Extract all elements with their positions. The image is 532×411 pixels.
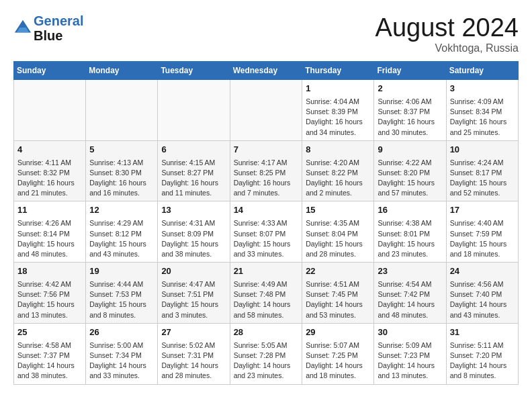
calendar-cell (158, 80, 230, 141)
location: Vokhtoga, Russia (375, 42, 519, 54)
day-number: 12 (89, 204, 154, 217)
page-header: General Blue August 2024 Vokhtoga, Russi… (13, 13, 519, 54)
day-number: 15 (306, 204, 370, 217)
day-info: Sunrise: 4:54 AM Sunset: 7:42 PM Dayligh… (378, 279, 442, 320)
calendar-cell: 20Sunrise: 4:47 AM Sunset: 7:51 PM Dayli… (158, 263, 230, 324)
calendar-cell: 26Sunrise: 5:00 AM Sunset: 7:34 PM Dayli… (86, 323, 158, 384)
calendar-cell: 3Sunrise: 4:09 AM Sunset: 8:34 PM Daylig… (446, 80, 518, 141)
day-info: Sunrise: 5:02 AM Sunset: 7:31 PM Dayligh… (161, 340, 226, 381)
day-info: Sunrise: 4:47 AM Sunset: 7:51 PM Dayligh… (161, 279, 226, 320)
calendar-cell: 25Sunrise: 4:58 AM Sunset: 7:37 PM Dayli… (14, 323, 86, 384)
day-info: Sunrise: 5:05 AM Sunset: 7:28 PM Dayligh… (234, 340, 299, 381)
calendar-cell: 29Sunrise: 5:07 AM Sunset: 7:25 PM Dayli… (302, 323, 374, 384)
day-info: Sunrise: 4:09 AM Sunset: 8:34 PM Dayligh… (450, 97, 515, 138)
day-info: Sunrise: 4:44 AM Sunset: 7:53 PM Dayligh… (89, 279, 154, 320)
day-info: Sunrise: 4:24 AM Sunset: 8:17 PM Dayligh… (450, 158, 515, 199)
day-info: Sunrise: 4:22 AM Sunset: 8:20 PM Dayligh… (378, 158, 442, 199)
day-number: 18 (17, 265, 82, 278)
week-row-3: 11Sunrise: 4:26 AM Sunset: 8:14 PM Dayli… (14, 201, 519, 263)
day-info: Sunrise: 4:04 AM Sunset: 8:39 PM Dayligh… (306, 97, 370, 138)
day-number: 5 (89, 144, 154, 156)
day-number: 6 (161, 144, 226, 156)
day-info: Sunrise: 5:00 AM Sunset: 7:34 PM Dayligh… (89, 340, 154, 381)
title-block: August 2024 Vokhtoga, Russia (375, 13, 519, 54)
day-info: Sunrise: 4:42 AM Sunset: 7:56 PM Dayligh… (17, 279, 82, 320)
calendar-cell: 18Sunrise: 4:42 AM Sunset: 7:56 PM Dayli… (14, 263, 86, 324)
day-number: 14 (234, 204, 299, 217)
day-number: 1 (306, 83, 370, 95)
calendar-cell: 31Sunrise: 5:11 AM Sunset: 7:20 PM Dayli… (446, 323, 518, 384)
day-number: 29 (306, 326, 370, 339)
day-info: Sunrise: 5:11 AM Sunset: 7:20 PM Dayligh… (450, 340, 515, 381)
calendar-cell: 10Sunrise: 4:24 AM Sunset: 8:17 PM Dayli… (446, 140, 518, 201)
calendar-cell: 19Sunrise: 4:44 AM Sunset: 7:53 PM Dayli… (86, 263, 158, 324)
calendar-cell: 15Sunrise: 4:35 AM Sunset: 8:04 PM Dayli… (302, 201, 374, 263)
weekday-header-row: SundayMondayTuesdayWednesdayThursdayFrid… (14, 62, 519, 80)
weekday-header-wednesday: Wednesday (230, 62, 302, 80)
day-number: 4 (17, 144, 82, 156)
day-number: 24 (450, 265, 515, 278)
calendar-cell (14, 80, 86, 141)
day-number: 23 (378, 265, 442, 278)
day-info: Sunrise: 5:09 AM Sunset: 7:23 PM Dayligh… (378, 340, 442, 381)
weekday-header-saturday: Saturday (446, 62, 518, 80)
day-number: 31 (450, 326, 515, 339)
day-number: 25 (17, 326, 82, 339)
day-number: 2 (378, 83, 442, 95)
day-info: Sunrise: 4:56 AM Sunset: 7:40 PM Dayligh… (450, 279, 515, 320)
day-info: Sunrise: 4:15 AM Sunset: 8:27 PM Dayligh… (161, 158, 226, 199)
day-info: Sunrise: 4:31 AM Sunset: 8:09 PM Dayligh… (161, 218, 226, 259)
day-number: 27 (161, 326, 226, 339)
day-number: 9 (378, 144, 442, 156)
day-info: Sunrise: 4:06 AM Sunset: 8:37 PM Dayligh… (378, 97, 442, 138)
day-info: Sunrise: 4:13 AM Sunset: 8:30 PM Dayligh… (89, 158, 154, 199)
weekday-header-sunday: Sunday (14, 62, 86, 80)
calendar-cell: 5Sunrise: 4:13 AM Sunset: 8:30 PM Daylig… (86, 140, 158, 201)
calendar-cell: 17Sunrise: 4:40 AM Sunset: 7:59 PM Dayli… (446, 201, 518, 263)
calendar-cell (230, 80, 302, 141)
calendar-cell: 16Sunrise: 4:38 AM Sunset: 8:01 PM Dayli… (374, 201, 446, 263)
day-number: 10 (450, 144, 515, 156)
day-info: Sunrise: 4:49 AM Sunset: 7:48 PM Dayligh… (234, 279, 299, 320)
day-info: Sunrise: 4:26 AM Sunset: 8:14 PM Dayligh… (17, 218, 82, 259)
day-info: Sunrise: 4:20 AM Sunset: 8:22 PM Dayligh… (306, 158, 370, 199)
day-number: 21 (234, 265, 299, 278)
calendar-cell: 14Sunrise: 4:33 AM Sunset: 8:07 PM Dayli… (230, 201, 302, 263)
week-row-2: 4Sunrise: 4:11 AM Sunset: 8:32 PM Daylig… (14, 140, 519, 201)
day-info: Sunrise: 5:07 AM Sunset: 7:25 PM Dayligh… (306, 340, 370, 381)
calendar-cell: 28Sunrise: 5:05 AM Sunset: 7:28 PM Dayli… (230, 323, 302, 384)
calendar-cell: 22Sunrise: 4:51 AM Sunset: 7:45 PM Dayli… (302, 263, 374, 324)
calendar-cell: 9Sunrise: 4:22 AM Sunset: 8:20 PM Daylig… (374, 140, 446, 201)
logo-icon (13, 19, 32, 38)
day-number: 28 (234, 326, 299, 339)
week-row-4: 18Sunrise: 4:42 AM Sunset: 7:56 PM Dayli… (14, 263, 519, 324)
calendar-cell: 11Sunrise: 4:26 AM Sunset: 8:14 PM Dayli… (14, 201, 86, 263)
week-row-1: 1Sunrise: 4:04 AM Sunset: 8:39 PM Daylig… (14, 80, 519, 141)
day-number: 26 (89, 326, 154, 339)
day-number: 13 (161, 204, 226, 217)
day-number: 7 (234, 144, 299, 156)
day-info: Sunrise: 4:51 AM Sunset: 7:45 PM Dayligh… (306, 279, 370, 320)
logo-line2: Blue (34, 28, 62, 43)
day-info: Sunrise: 4:33 AM Sunset: 8:07 PM Dayligh… (234, 218, 299, 259)
calendar-cell: 24Sunrise: 4:56 AM Sunset: 7:40 PM Dayli… (446, 263, 518, 324)
calendar-cell: 8Sunrise: 4:20 AM Sunset: 8:22 PM Daylig… (302, 140, 374, 201)
calendar-table: SundayMondayTuesdayWednesdayThursdayFrid… (13, 61, 519, 385)
day-info: Sunrise: 4:29 AM Sunset: 8:12 PM Dayligh… (89, 218, 154, 259)
calendar-cell: 2Sunrise: 4:06 AM Sunset: 8:37 PM Daylig… (374, 80, 446, 141)
calendar-cell: 6Sunrise: 4:15 AM Sunset: 8:27 PM Daylig… (158, 140, 230, 201)
day-info: Sunrise: 4:38 AM Sunset: 8:01 PM Dayligh… (378, 218, 442, 259)
calendar-cell: 12Sunrise: 4:29 AM Sunset: 8:12 PM Dayli… (86, 201, 158, 263)
calendar-cell: 7Sunrise: 4:17 AM Sunset: 8:25 PM Daylig… (230, 140, 302, 201)
calendar-cell: 4Sunrise: 4:11 AM Sunset: 8:32 PM Daylig… (14, 140, 86, 201)
day-number: 16 (378, 204, 442, 217)
calendar-cell: 1Sunrise: 4:04 AM Sunset: 8:39 PM Daylig… (302, 80, 374, 141)
weekday-header-thursday: Thursday (302, 62, 374, 80)
weekday-header-tuesday: Tuesday (158, 62, 230, 80)
logo-line1: General (34, 13, 83, 28)
weekday-header-monday: Monday (86, 62, 158, 80)
calendar-cell: 21Sunrise: 4:49 AM Sunset: 7:48 PM Dayli… (230, 263, 302, 324)
day-info: Sunrise: 4:17 AM Sunset: 8:25 PM Dayligh… (234, 158, 299, 199)
logo: General Blue (13, 13, 83, 43)
calendar-cell: 27Sunrise: 5:02 AM Sunset: 7:31 PM Dayli… (158, 323, 230, 384)
